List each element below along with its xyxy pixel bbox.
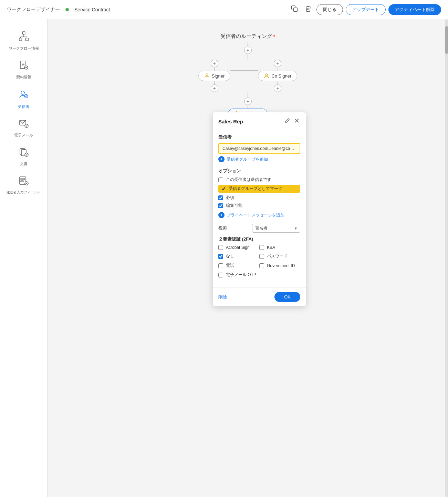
- recipient-input[interactable]: [218, 143, 300, 154]
- add-group-button[interactable]: + 受信者グループを追加: [218, 154, 268, 164]
- scrollbar-thumb[interactable]: [445, 26, 448, 54]
- panel-footer: 削除 OK: [213, 287, 306, 306]
- cosigner-plus-row: +: [274, 60, 281, 67]
- sales-rep-panel: Sales Rep: [213, 112, 306, 306]
- deactivate-button[interactable]: アクティベート解除: [388, 4, 441, 15]
- header-right: 閉じる アップデート アクティベート解除: [289, 3, 441, 16]
- sidebar-item-workflow-info[interactable]: ワークフロー情報: [0, 26, 47, 55]
- signer-node[interactable]: Signer: [198, 71, 231, 81]
- sidebar-label-workflow-info: ワークフロー情報: [9, 46, 39, 51]
- tfa-acrobat-sign-row: Acrobat Sign: [218, 245, 259, 250]
- tfa-acrobat-sign-checkbox[interactable]: [218, 245, 223, 250]
- option-sender-row: この受信者は送信者です: [218, 177, 300, 183]
- add-node-top[interactable]: +: [244, 47, 252, 54]
- tfa-nashi-row: なし: [218, 253, 259, 259]
- role-select-wrapper: 署名者 承認者: [252, 224, 300, 233]
- panel-title: Sales Rep: [218, 119, 243, 124]
- branch-row-1: + Signer +: [198, 60, 297, 92]
- canvas-area: 受信者のルーティング * ↓ + +: [48, 19, 448, 497]
- ok-button[interactable]: OK: [274, 292, 300, 302]
- sidebar-label-contract-info: 契約情報: [16, 74, 31, 79]
- tfa-email-otp-checkbox[interactable]: [218, 273, 223, 277]
- sidebar-item-sender-fields[interactable]: 送信者入力フィールド: [0, 171, 47, 199]
- workflow-icon: [19, 31, 29, 44]
- option-editable-row: 編集可能: [218, 203, 300, 209]
- main-layout: ワークフロー情報 契約情報: [0, 19, 448, 497]
- delete-button[interactable]: 削除: [218, 294, 227, 300]
- close-button[interactable]: 閉じる: [316, 4, 343, 15]
- option-sender-checkbox[interactable]: [218, 178, 223, 182]
- add-after-cosigner[interactable]: +: [274, 84, 281, 92]
- tfa-phone-label: 電話: [226, 263, 234, 268]
- tfa-government-id-checkbox[interactable]: [259, 263, 264, 268]
- panel-header-icons: [284, 117, 300, 125]
- option-group-mark-checkbox[interactable]: [221, 186, 226, 191]
- add-after-signer[interactable]: +: [211, 84, 218, 92]
- cosigner-branch: + Co Signer +: [258, 60, 297, 92]
- svg-point-25: [265, 74, 268, 76]
- option-group-mark-label: 受信者グループとしてマーク: [229, 186, 282, 192]
- v-cosigner-2: [278, 81, 278, 84]
- panel-edit-button[interactable]: [284, 117, 291, 125]
- tfa-grid: Acrobat Sign KBA なし パスワード: [218, 245, 300, 280]
- svg-point-24: [206, 74, 208, 76]
- signer-plus-row: +: [211, 60, 218, 67]
- option-sender-label: この受信者は送信者です: [226, 177, 271, 183]
- sidebar-item-email[interactable]: 電子メール: [0, 114, 47, 142]
- tfa-government-id-label: Government ID: [267, 263, 295, 268]
- cosigner-node[interactable]: Co Signer: [258, 71, 297, 81]
- option-editable-checkbox[interactable]: [218, 203, 223, 208]
- tfa-password-label: パスワード: [267, 253, 288, 259]
- sidebar-label-recipients: 受信者: [18, 104, 29, 109]
- v-signer-2: [214, 81, 215, 84]
- tfa-kba-label: KBA: [267, 245, 275, 250]
- arrow-down-1: ↓: [247, 41, 249, 47]
- trash-icon-button[interactable]: [303, 3, 314, 16]
- tfa-kba-checkbox[interactable]: [259, 245, 264, 250]
- svg-rect-21: [21, 179, 25, 180]
- tfa-government-id-row: Government ID: [259, 263, 300, 268]
- cosigner-label: Co Signer: [271, 73, 291, 79]
- add-private-msg-label: プライベートメッセージを追加: [227, 212, 284, 218]
- scrollbar-track: [445, 19, 448, 497]
- copy-icon-button[interactable]: [289, 3, 300, 16]
- email-icon: [19, 119, 29, 131]
- documents-icon: [19, 147, 29, 159]
- routing-title: 受信者のルーティング *: [220, 33, 275, 40]
- sidebar-item-documents[interactable]: 文書: [0, 142, 47, 171]
- tfa-nashi-label: なし: [226, 253, 234, 259]
- app-title: ワークフローデザイナー: [7, 7, 60, 13]
- add-msg-plus-icon: +: [218, 212, 225, 218]
- v-line-1: [248, 54, 248, 60]
- add-before-signer[interactable]: +: [211, 60, 218, 67]
- sender-fields-icon: [19, 176, 29, 188]
- recipient-section-label: 受信者: [218, 134, 300, 140]
- v-merge: [248, 92, 248, 98]
- option-required-label: 必須: [226, 195, 234, 201]
- svg-rect-2: [19, 38, 22, 41]
- svg-rect-1: [22, 32, 25, 34]
- svg-rect-22: [21, 181, 23, 182]
- tfa-password-checkbox[interactable]: [259, 254, 264, 259]
- tfa-nashi-checkbox[interactable]: [218, 254, 223, 259]
- svg-rect-3: [25, 38, 28, 41]
- sidebar-item-contract-info[interactable]: 契約情報: [0, 55, 47, 84]
- svg-rect-0: [294, 8, 298, 12]
- options-title: オプション: [218, 168, 300, 174]
- option-required-checkbox[interactable]: [218, 195, 223, 200]
- update-button[interactable]: アップデート: [346, 4, 386, 15]
- sidebar-item-recipients[interactable]: 受信者: [0, 84, 47, 114]
- tfa-phone-checkbox[interactable]: [218, 263, 223, 268]
- panel-close-button[interactable]: [293, 117, 300, 125]
- role-select[interactable]: 署名者 承認者: [252, 224, 300, 233]
- add-node-middle[interactable]: +: [244, 98, 252, 105]
- cosigner-person-icon: [264, 73, 269, 79]
- panel-body: 受信者 + 受信者グループを追加 オプション この受信者は送信者です: [213, 129, 306, 285]
- tfa-email-otp-label: 電子メール OTP: [226, 272, 256, 278]
- add-private-message-button[interactable]: + プライベートメッセージを追加: [218, 211, 284, 220]
- tfa-title: ２要素認証 (2FA): [218, 236, 300, 242]
- tfa-acrobat-sign-label: Acrobat Sign: [226, 245, 250, 250]
- sidebar-label-sender-fields: 送信者入力フィールド: [7, 190, 41, 194]
- required-asterisk: *: [273, 33, 275, 39]
- add-before-cosigner[interactable]: +: [274, 60, 281, 67]
